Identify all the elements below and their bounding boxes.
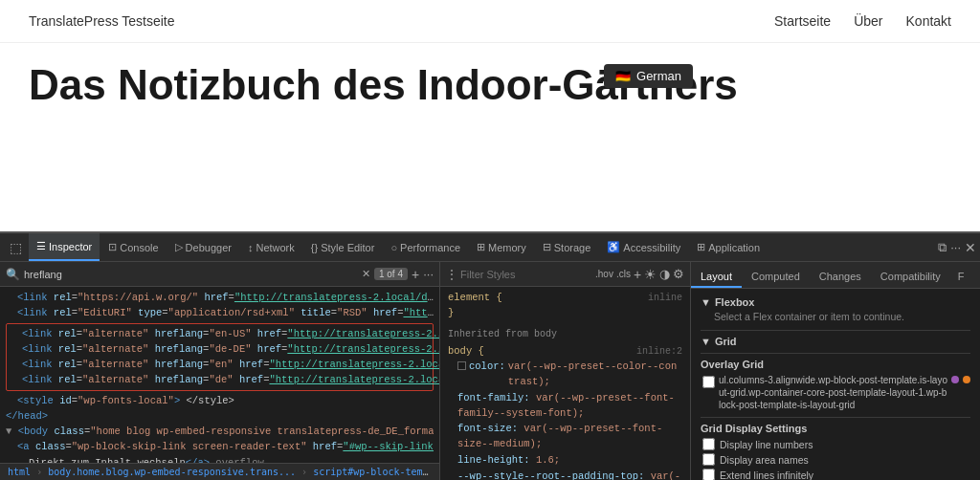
nav-uber[interactable]: Über [854,13,882,29]
nav-kontakt[interactable]: Kontakt [906,13,951,29]
site-title: TranslatePress Testseite [29,13,175,29]
page-title: Das Notizbuch des Indoor-Gärtners [29,62,951,108]
lang-badge: 🇩🇪 German [604,64,693,88]
lang-label: German [636,69,681,83]
nav-startseite[interactable]: Startseite [774,13,831,29]
lang-flag: 🇩🇪 [615,69,631,83]
